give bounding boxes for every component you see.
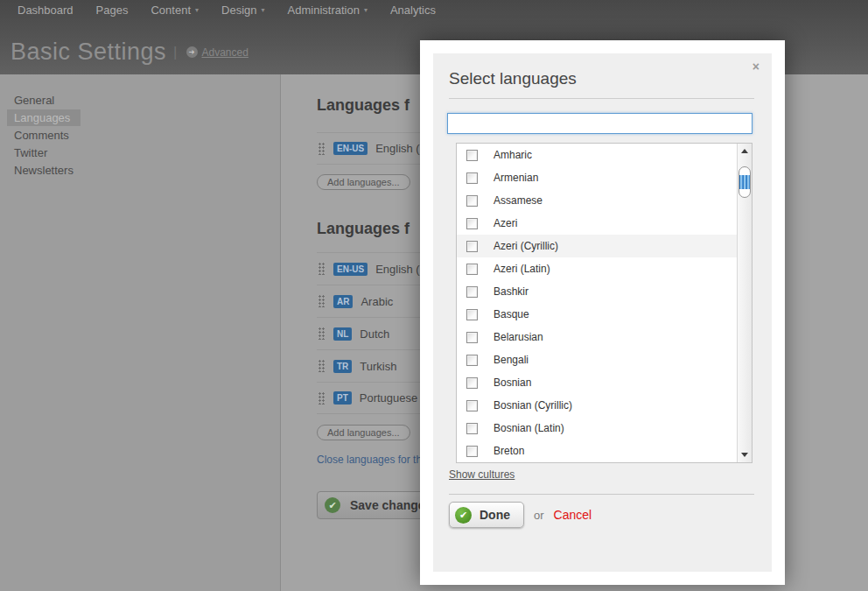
language-name: Arabic bbox=[360, 295, 393, 308]
sidebar-item-newsletters[interactable]: Newsletters bbox=[7, 162, 80, 179]
page-title-row: Basic Settings | ➔ Advanced bbox=[10, 39, 248, 66]
checkbox[interactable] bbox=[466, 309, 478, 320]
drag-handle-icon[interactable] bbox=[318, 143, 326, 155]
check-circle-icon: ✔ bbox=[325, 497, 340, 513]
sidebar-item-general[interactable]: General bbox=[7, 92, 80, 109]
checkbox[interactable] bbox=[466, 241, 478, 252]
sidebar-item-twitter[interactable]: Twitter bbox=[7, 144, 80, 161]
language-option[interactable]: Bosnian (Latin) bbox=[457, 417, 752, 440]
section-heading: Languages f bbox=[317, 220, 410, 238]
nav-item-dashboard[interactable]: Dashboard bbox=[18, 4, 74, 17]
close-icon[interactable]: × bbox=[752, 60, 760, 74]
option-label: Azeri (Latin) bbox=[494, 263, 550, 275]
divider bbox=[449, 98, 754, 99]
checkbox[interactable] bbox=[466, 286, 478, 298]
nav-label: Analytics bbox=[390, 4, 436, 17]
select-languages-dialog: × Select languages Amharic Armenian Assa… bbox=[420, 40, 785, 585]
language-option[interactable]: Assamese bbox=[457, 189, 752, 212]
checkbox[interactable] bbox=[466, 172, 478, 184]
checkbox[interactable] bbox=[466, 423, 478, 434]
nav-item-pages[interactable]: Pages bbox=[96, 4, 129, 17]
top-nav: Dashboard Pages Content▾ Design▾ Adminis… bbox=[18, 4, 436, 17]
option-label: Bashkir bbox=[494, 285, 528, 298]
scroll-down-icon[interactable] bbox=[738, 448, 752, 461]
language-option[interactable]: Armenian bbox=[457, 166, 752, 189]
nav-item-design[interactable]: Design▾ bbox=[221, 4, 264, 17]
drag-handle-icon[interactable] bbox=[318, 360, 326, 372]
drag-handle-icon[interactable] bbox=[318, 327, 326, 340]
scrollbar-thumb[interactable] bbox=[738, 166, 751, 198]
option-label: Belarusian bbox=[494, 331, 543, 343]
nav-item-content[interactable]: Content▾ bbox=[150, 4, 199, 17]
language-options-list: Amharic Armenian Assamese Azeri Azeri (C… bbox=[456, 143, 752, 463]
close-languages-link[interactable]: Close languages for the bbox=[317, 454, 428, 466]
sidebar-item-languages[interactable]: Languages bbox=[7, 109, 80, 126]
drag-handle-icon[interactable] bbox=[318, 295, 326, 307]
language-option[interactable]: Bosnian (Cyrillic) bbox=[457, 394, 752, 417]
dialog-title: Select languages bbox=[449, 69, 577, 88]
language-code-badge: NL bbox=[333, 327, 352, 341]
option-label: Breton bbox=[494, 445, 524, 457]
drag-handle-icon[interactable] bbox=[318, 263, 326, 275]
option-label: Bosnian bbox=[494, 376, 531, 389]
checkbox[interactable] bbox=[466, 400, 478, 412]
language-option[interactable]: Breton bbox=[457, 440, 752, 462]
section-heading: Languages f bbox=[317, 96, 410, 115]
chevron-down-icon: ▾ bbox=[195, 7, 199, 14]
scrollbar[interactable] bbox=[737, 144, 752, 462]
arrow-right-icon: ➔ bbox=[186, 46, 198, 58]
checkbox[interactable] bbox=[466, 264, 478, 275]
checkbox[interactable] bbox=[466, 332, 478, 343]
language-option[interactable]: Bengali bbox=[457, 348, 752, 371]
done-label: Done bbox=[480, 508, 510, 522]
nav-item-analytics[interactable]: Analytics bbox=[390, 4, 436, 17]
add-languages-button[interactable]: Add languages... bbox=[317, 425, 410, 440]
title-separator: | bbox=[173, 44, 177, 61]
chevron-down-icon: ▾ bbox=[364, 7, 368, 14]
option-label: Bosnian (Latin) bbox=[494, 422, 564, 434]
option-label: Azeri bbox=[494, 217, 517, 229]
checkbox[interactable] bbox=[466, 446, 478, 457]
option-label: Armenian bbox=[494, 172, 538, 184]
sidebar-item-comments[interactable]: Comments bbox=[7, 127, 80, 144]
language-option[interactable]: Azeri (Cyrillic) bbox=[457, 235, 752, 257]
checkbox[interactable] bbox=[466, 218, 478, 229]
divider bbox=[449, 494, 754, 495]
language-name: Dutch bbox=[360, 327, 389, 341]
option-label: Assamese bbox=[494, 194, 542, 207]
app-window: Dashboard Pages Content▾ Design▾ Adminis… bbox=[0, 0, 868, 591]
language-code-badge: AR bbox=[333, 295, 353, 308]
language-option[interactable]: Bashkir bbox=[457, 280, 752, 303]
language-search-input[interactable] bbox=[447, 113, 752, 134]
language-option[interactable]: Basque bbox=[457, 303, 752, 326]
settings-sidebar: General Languages Comments Twitter Newsl… bbox=[0, 74, 281, 591]
checkbox[interactable] bbox=[466, 377, 478, 389]
language-option[interactable]: Bosnian bbox=[457, 371, 752, 394]
show-cultures-link[interactable]: Show cultures bbox=[449, 468, 514, 481]
checkbox[interactable] bbox=[466, 355, 478, 366]
dialog-actions: ✔ Done or Cancel bbox=[449, 502, 592, 528]
done-button[interactable]: ✔ Done bbox=[449, 502, 524, 528]
chevron-down-icon: ▾ bbox=[262, 7, 265, 14]
drag-handle-icon[interactable] bbox=[318, 392, 326, 405]
language-option[interactable]: Azeri (Latin) bbox=[457, 257, 752, 280]
nav-label: Content bbox=[150, 4, 191, 17]
nav-item-administration[interactable]: Administration▾ bbox=[288, 4, 368, 17]
add-languages-button[interactable]: Add languages... bbox=[317, 174, 410, 190]
check-circle-icon: ✔ bbox=[455, 507, 472, 524]
checkbox[interactable] bbox=[466, 195, 478, 207]
language-option[interactable]: Belarusian bbox=[457, 326, 752, 348]
page-title: Basic Settings bbox=[10, 39, 166, 66]
advanced-link[interactable]: Advanced bbox=[202, 46, 248, 59]
language-name: Turkish bbox=[360, 360, 396, 373]
language-option[interactable]: Amharic bbox=[457, 144, 752, 166]
nav-label: Administration bbox=[288, 4, 360, 17]
cancel-link[interactable]: Cancel bbox=[554, 508, 592, 522]
option-label: Basque bbox=[494, 308, 529, 320]
option-label: Amharic bbox=[494, 149, 532, 161]
nav-label: Design bbox=[221, 4, 256, 17]
scroll-up-icon[interactable] bbox=[738, 144, 752, 158]
checkbox[interactable] bbox=[466, 150, 478, 161]
language-name: Portuguese bbox=[360, 391, 418, 405]
language-option[interactable]: Azeri bbox=[457, 212, 752, 235]
